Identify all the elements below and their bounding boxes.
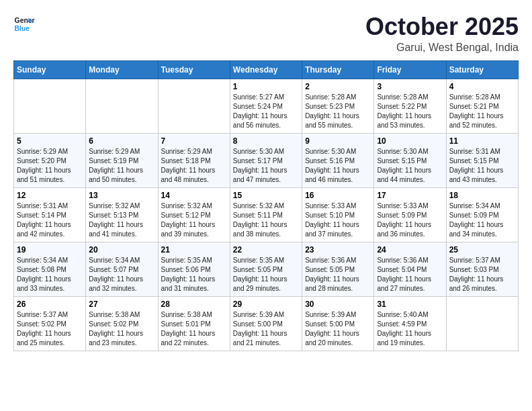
calendar-cell: 19Sunrise: 5:34 AM Sunset: 5:08 PM Dayli… (14, 242, 86, 296)
calendar-cell: 18Sunrise: 5:34 AM Sunset: 5:09 PM Dayli… (446, 187, 518, 242)
day-number: 1 (233, 82, 299, 91)
location: Garui, West Bengal, India (365, 42, 519, 54)
day-info: Sunrise: 5:29 AM Sunset: 5:18 PM Dayligh… (161, 147, 227, 185)
day-info: Sunrise: 5:33 AM Sunset: 5:10 PM Dayligh… (305, 201, 371, 239)
calendar-cell: 16Sunrise: 5:33 AM Sunset: 5:10 PM Dayli… (302, 187, 374, 242)
day-info: Sunrise: 5:40 AM Sunset: 4:59 PM Dayligh… (377, 310, 443, 348)
weekday-header-row: SundayMondayTuesdayWednesdayThursdayFrid… (14, 60, 519, 79)
day-number: 2 (305, 82, 371, 91)
calendar-cell: 11Sunrise: 5:31 AM Sunset: 5:15 PM Dayli… (446, 133, 518, 187)
day-number: 29 (233, 300, 299, 309)
logo-icon: General Blue (13, 13, 35, 35)
day-info: Sunrise: 5:30 AM Sunset: 5:17 PM Dayligh… (233, 147, 299, 185)
day-number: 30 (305, 300, 371, 309)
day-number: 11 (449, 136, 515, 146)
calendar-week-row: 26Sunrise: 5:37 AM Sunset: 5:02 PM Dayli… (14, 296, 519, 351)
day-number: 20 (89, 245, 154, 255)
day-number: 22 (233, 245, 299, 255)
day-number: 9 (305, 136, 371, 146)
calendar-cell (158, 79, 230, 133)
calendar-week-row: 12Sunrise: 5:31 AM Sunset: 5:14 PM Dayli… (14, 187, 519, 242)
weekday-header-tuesday: Tuesday (158, 60, 230, 79)
calendar-cell: 21Sunrise: 5:35 AM Sunset: 5:06 PM Dayli… (158, 242, 230, 296)
calendar-cell: 31Sunrise: 5:40 AM Sunset: 4:59 PM Dayli… (374, 296, 446, 351)
title-block: October 2025 Garui, West Bengal, India (365, 13, 519, 54)
day-info: Sunrise: 5:38 AM Sunset: 5:01 PM Dayligh… (161, 310, 227, 348)
logo: General Blue (13, 13, 35, 35)
day-info: Sunrise: 5:28 AM Sunset: 5:23 PM Dayligh… (305, 93, 371, 130)
day-number: 24 (377, 245, 443, 255)
calendar-cell: 27Sunrise: 5:38 AM Sunset: 5:02 PM Dayli… (86, 296, 158, 351)
day-number: 14 (161, 191, 227, 200)
day-info: Sunrise: 5:38 AM Sunset: 5:02 PM Dayligh… (89, 310, 154, 348)
day-number: 31 (377, 300, 443, 309)
day-info: Sunrise: 5:36 AM Sunset: 5:04 PM Dayligh… (377, 256, 443, 293)
day-info: Sunrise: 5:37 AM Sunset: 5:02 PM Dayligh… (17, 310, 83, 348)
day-info: Sunrise: 5:34 AM Sunset: 5:08 PM Dayligh… (17, 256, 83, 293)
calendar-cell: 13Sunrise: 5:32 AM Sunset: 5:13 PM Dayli… (86, 187, 158, 242)
day-info: Sunrise: 5:34 AM Sunset: 5:09 PM Dayligh… (449, 201, 515, 239)
svg-text:General: General (15, 17, 35, 24)
day-info: Sunrise: 5:36 AM Sunset: 5:05 PM Dayligh… (305, 256, 371, 293)
calendar-cell: 8Sunrise: 5:30 AM Sunset: 5:17 PM Daylig… (230, 133, 302, 187)
day-number: 5 (17, 136, 83, 146)
day-info: Sunrise: 5:34 AM Sunset: 5:07 PM Dayligh… (89, 256, 154, 293)
calendar-cell: 14Sunrise: 5:32 AM Sunset: 5:12 PM Dayli… (158, 187, 230, 242)
day-info: Sunrise: 5:39 AM Sunset: 5:00 PM Dayligh… (305, 310, 371, 348)
day-number: 7 (161, 136, 227, 146)
day-number: 19 (17, 245, 83, 255)
day-number: 17 (377, 191, 443, 200)
calendar-cell: 7Sunrise: 5:29 AM Sunset: 5:18 PM Daylig… (158, 133, 230, 187)
day-number: 3 (377, 82, 443, 91)
day-info: Sunrise: 5:29 AM Sunset: 5:19 PM Dayligh… (89, 147, 154, 185)
day-number: 21 (161, 245, 227, 255)
calendar-cell: 23Sunrise: 5:36 AM Sunset: 5:05 PM Dayli… (302, 242, 374, 296)
calendar-cell: 10Sunrise: 5:30 AM Sunset: 5:15 PM Dayli… (374, 133, 446, 187)
weekday-header-thursday: Thursday (302, 60, 374, 79)
day-info: Sunrise: 5:33 AM Sunset: 5:09 PM Dayligh… (377, 201, 443, 239)
calendar-cell (86, 79, 158, 133)
day-info: Sunrise: 5:30 AM Sunset: 5:16 PM Dayligh… (305, 147, 371, 185)
day-number: 18 (449, 191, 515, 200)
day-number: 12 (17, 191, 83, 200)
calendar-cell: 17Sunrise: 5:33 AM Sunset: 5:09 PM Dayli… (374, 187, 446, 242)
calendar-week-row: 5Sunrise: 5:29 AM Sunset: 5:20 PM Daylig… (14, 133, 519, 187)
day-info: Sunrise: 5:29 AM Sunset: 5:20 PM Dayligh… (17, 147, 83, 185)
day-info: Sunrise: 5:31 AM Sunset: 5:14 PM Dayligh… (17, 201, 83, 239)
weekday-header-monday: Monday (86, 60, 158, 79)
day-number: 15 (233, 191, 299, 200)
day-number: 27 (89, 300, 154, 309)
calendar-cell: 3Sunrise: 5:28 AM Sunset: 5:22 PM Daylig… (374, 79, 446, 133)
calendar-cell: 29Sunrise: 5:39 AM Sunset: 5:00 PM Dayli… (230, 296, 302, 351)
calendar-week-row: 1Sunrise: 5:27 AM Sunset: 5:24 PM Daylig… (14, 79, 519, 133)
calendar-cell: 5Sunrise: 5:29 AM Sunset: 5:20 PM Daylig… (14, 133, 86, 187)
calendar-cell: 26Sunrise: 5:37 AM Sunset: 5:02 PM Dayli… (14, 296, 86, 351)
day-number: 4 (449, 82, 515, 91)
calendar-cell: 4Sunrise: 5:28 AM Sunset: 5:21 PM Daylig… (446, 79, 518, 133)
calendar-week-row: 19Sunrise: 5:34 AM Sunset: 5:08 PM Dayli… (14, 242, 519, 296)
page-header: General Blue October 2025 Garui, West Be… (13, 13, 519, 54)
calendar-cell (446, 296, 518, 351)
calendar-cell: 20Sunrise: 5:34 AM Sunset: 5:07 PM Dayli… (86, 242, 158, 296)
calendar-cell: 2Sunrise: 5:28 AM Sunset: 5:23 PM Daylig… (302, 79, 374, 133)
calendar-cell: 22Sunrise: 5:35 AM Sunset: 5:05 PM Dayli… (230, 242, 302, 296)
calendar-cell: 9Sunrise: 5:30 AM Sunset: 5:16 PM Daylig… (302, 133, 374, 187)
day-info: Sunrise: 5:27 AM Sunset: 5:24 PM Dayligh… (233, 93, 299, 130)
calendar-table: SundayMondayTuesdayWednesdayThursdayFrid… (13, 60, 519, 351)
day-info: Sunrise: 5:35 AM Sunset: 5:05 PM Dayligh… (233, 256, 299, 293)
day-number: 25 (449, 245, 515, 255)
day-number: 6 (89, 136, 154, 146)
day-number: 23 (305, 245, 371, 255)
day-number: 16 (305, 191, 371, 200)
calendar-cell: 28Sunrise: 5:38 AM Sunset: 5:01 PM Dayli… (158, 296, 230, 351)
calendar-cell: 6Sunrise: 5:29 AM Sunset: 5:19 PM Daylig… (86, 133, 158, 187)
day-number: 8 (233, 136, 299, 146)
calendar-cell: 1Sunrise: 5:27 AM Sunset: 5:24 PM Daylig… (230, 79, 302, 133)
day-info: Sunrise: 5:35 AM Sunset: 5:06 PM Dayligh… (161, 256, 227, 293)
month-title: October 2025 (365, 13, 519, 40)
day-number: 10 (377, 136, 443, 146)
day-info: Sunrise: 5:39 AM Sunset: 5:00 PM Dayligh… (233, 310, 299, 348)
day-number: 28 (161, 300, 227, 309)
calendar-cell: 12Sunrise: 5:31 AM Sunset: 5:14 PM Dayli… (14, 187, 86, 242)
calendar-cell: 30Sunrise: 5:39 AM Sunset: 5:00 PM Dayli… (302, 296, 374, 351)
